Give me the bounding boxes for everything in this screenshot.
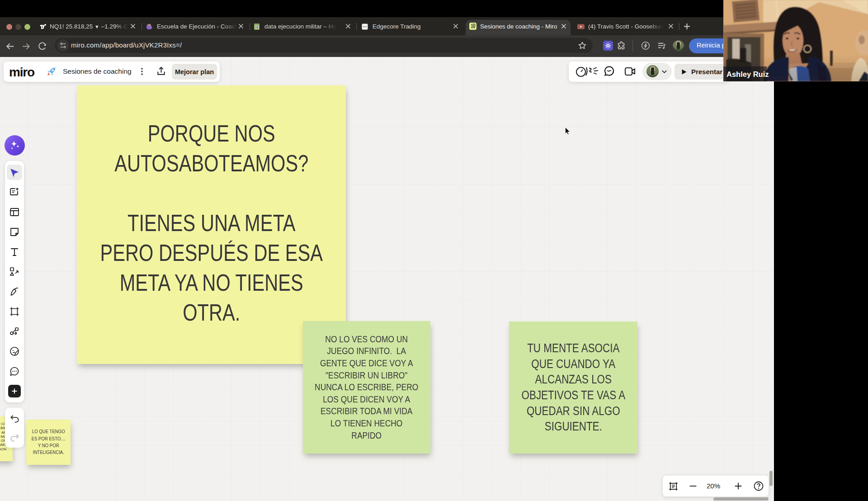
svg-text:Ashley Ruiz: Ashley Ruiz	[726, 70, 769, 78]
